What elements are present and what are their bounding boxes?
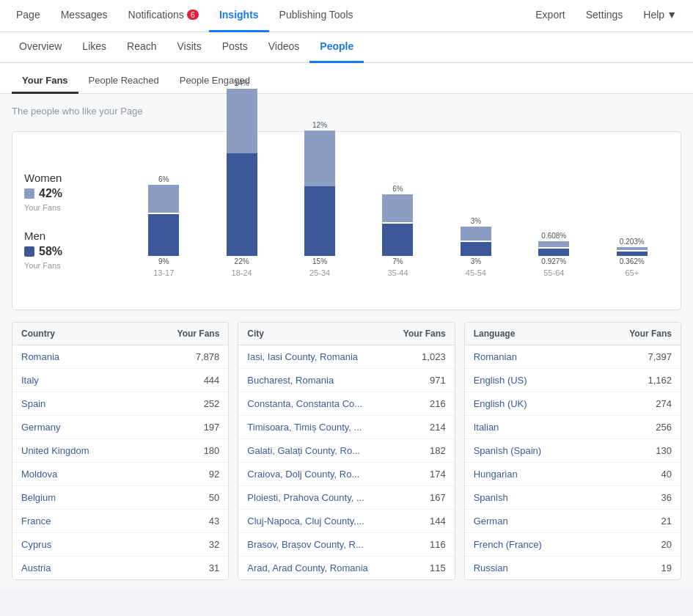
table-row: Spanish (Spain)130 bbox=[465, 439, 681, 463]
nav-help[interactable]: Help ▼ bbox=[633, 0, 687, 32]
row-value: 1,023 bbox=[387, 351, 446, 362]
main-content: The people who like your Page Women 42% … bbox=[0, 94, 693, 589]
row-name[interactable]: Hungarian bbox=[474, 469, 613, 480]
subnav-visits[interactable]: Visits bbox=[167, 32, 212, 63]
row-name[interactable]: Spanish bbox=[474, 492, 613, 503]
row-name[interactable]: French (France) bbox=[474, 539, 613, 550]
row-name[interactable]: Italy bbox=[21, 375, 161, 386]
men-sub: Your Fans bbox=[24, 261, 112, 270]
help-dropdown-icon: ▼ bbox=[667, 9, 677, 21]
men-pct-label: 15% bbox=[312, 257, 327, 265]
row-value: 19 bbox=[613, 562, 672, 573]
tab-your-fans[interactable]: Your Fans bbox=[12, 69, 78, 94]
country-table: Country Your Fans Romania7,878Italy444Sp… bbox=[12, 322, 229, 580]
nav-settings[interactable]: Settings bbox=[576, 0, 634, 32]
row-name[interactable]: Cyprus bbox=[21, 539, 161, 550]
row-name[interactable]: Spain bbox=[21, 398, 161, 409]
notifications-badge: 6 bbox=[187, 10, 199, 20]
nav-messages[interactable]: Messages bbox=[51, 0, 118, 32]
women-pct-label: 0.608% bbox=[541, 232, 566, 240]
row-name[interactable]: English (UK) bbox=[474, 398, 613, 409]
subnav-people[interactable]: People bbox=[309, 32, 364, 63]
row-name[interactable]: Timisoara, Timiș County, ... bbox=[247, 422, 386, 433]
row-name[interactable]: Bucharest, Romania bbox=[247, 375, 386, 386]
men-bar bbox=[148, 214, 179, 256]
row-name[interactable]: Constanta, Constanta Co... bbox=[247, 398, 386, 409]
row-name[interactable]: Italian bbox=[474, 422, 613, 433]
row-name[interactable]: Brasov, Brașov County, R... bbox=[247, 539, 386, 550]
row-name[interactable]: Germany bbox=[21, 422, 161, 433]
subnav-videos[interactable]: Videos bbox=[258, 32, 310, 63]
row-name[interactable]: Romania bbox=[21, 351, 161, 362]
demographics-chart: Women 42% Your Fans Men 58% Your Fans 6%… bbox=[12, 131, 681, 310]
row-value: 252 bbox=[161, 398, 219, 409]
women-pct-label: 12% bbox=[312, 121, 327, 129]
country-col-header: Country bbox=[21, 329, 161, 339]
women-pct-label: 14% bbox=[235, 79, 249, 87]
row-name[interactable]: English (US) bbox=[474, 375, 613, 386]
row-value: 180 bbox=[161, 445, 219, 456]
men-pct-label: 7% bbox=[392, 257, 403, 265]
men-bar bbox=[617, 252, 648, 256]
men-pct-label: 0.362% bbox=[620, 257, 645, 265]
chart-legend: Women 42% Your Fans Men 58% Your Fans bbox=[24, 144, 112, 298]
top-navigation: Page Messages Notifications 6 Insights P… bbox=[0, 0, 693, 32]
women-pct-label: 6% bbox=[392, 185, 403, 193]
bar-group: 0.203%0.362%65+ bbox=[595, 144, 669, 277]
nav-export[interactable]: Export bbox=[525, 0, 575, 32]
women-bar bbox=[617, 247, 648, 250]
subnav-posts[interactable]: Posts bbox=[212, 32, 258, 63]
subnav-likes[interactable]: Likes bbox=[72, 32, 117, 63]
subnav-reach-label: Reach bbox=[127, 40, 156, 52]
nav-notifications[interactable]: Notifications 6 bbox=[118, 0, 209, 32]
table-row: Bucharest, Romania971 bbox=[238, 369, 454, 392]
row-name[interactable]: Romanian bbox=[474, 351, 613, 362]
row-name[interactable]: Iasi, Iasi County, Romania bbox=[247, 351, 386, 362]
language-col-header: Language bbox=[474, 329, 613, 339]
row-name[interactable]: Craiova, Dolj County, Ro... bbox=[247, 469, 386, 480]
row-name[interactable]: Cluj-Napoca, Cluj County,... bbox=[247, 516, 386, 527]
row-name[interactable]: Arad, Arad County, Romania bbox=[247, 562, 386, 573]
nav-page[interactable]: Page bbox=[6, 0, 51, 32]
table-row: Romania7,878 bbox=[12, 345, 228, 369]
tab-people-reached-label: People Reached bbox=[89, 75, 159, 86]
row-name[interactable]: Russian bbox=[474, 562, 613, 573]
table-row: United Kingdom180 bbox=[12, 439, 228, 463]
subnav-reach[interactable]: Reach bbox=[117, 32, 166, 63]
row-name[interactable]: Ploiesti, Prahova County, ... bbox=[247, 492, 386, 503]
table-row: Ploiesti, Prahova County, ...167 bbox=[238, 486, 454, 510]
row-name[interactable]: United Kingdom bbox=[21, 445, 161, 456]
row-name[interactable]: Galati, Galați County, Ro... bbox=[247, 445, 386, 456]
row-value: 116 bbox=[387, 539, 446, 550]
city-table-body: Iasi, Iasi County, Romania1,023Bucharest… bbox=[238, 345, 454, 579]
nav-insights[interactable]: Insights bbox=[209, 0, 269, 32]
row-value: 31 bbox=[161, 562, 219, 573]
row-name[interactable]: Austria bbox=[21, 562, 161, 573]
women-pct: 42% bbox=[39, 187, 62, 200]
women-bar bbox=[304, 131, 335, 186]
bar-group: 12%15%25-34 bbox=[283, 144, 356, 277]
row-name[interactable]: Belgium bbox=[21, 492, 161, 503]
women-bar bbox=[227, 89, 257, 153]
table-row: Romanian7,397 bbox=[465, 345, 681, 369]
nav-notifications-label: Notifications bbox=[128, 9, 184, 21]
subnav-videos-label: Videos bbox=[268, 40, 300, 52]
tabs-row: Your Fans People Reached People Engaged bbox=[0, 63, 693, 94]
table-row: Cyprus32 bbox=[12, 533, 228, 557]
tab-people-reached[interactable]: People Reached bbox=[78, 69, 169, 94]
table-row: Italian256 bbox=[465, 416, 681, 439]
row-name[interactable]: Spanish (Spain) bbox=[474, 445, 613, 456]
row-name[interactable]: France bbox=[21, 516, 161, 527]
row-value: 1,162 bbox=[613, 375, 672, 386]
women-bar bbox=[461, 227, 491, 241]
subnav-overview[interactable]: Overview bbox=[9, 32, 72, 63]
table-row: Germany197 bbox=[12, 416, 228, 439]
bar-group: 3%3%45-54 bbox=[439, 144, 513, 277]
row-name[interactable]: German bbox=[474, 516, 613, 527]
row-name[interactable]: Moldova bbox=[21, 469, 161, 480]
table-row: Iasi, Iasi County, Romania1,023 bbox=[238, 345, 454, 369]
row-value: 214 bbox=[387, 422, 446, 433]
row-value: 40 bbox=[613, 469, 672, 480]
row-value: 174 bbox=[387, 469, 446, 480]
nav-publishing-tools[interactable]: Publishing Tools bbox=[269, 0, 364, 32]
